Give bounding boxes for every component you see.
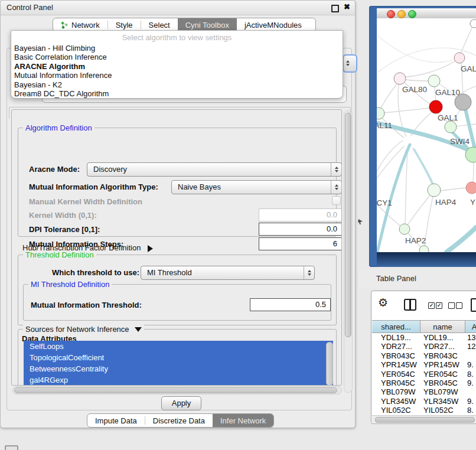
algorithm-option[interactable]: ARACNE Algorithm xyxy=(14,62,340,71)
table-cell[interactable]: YER054C xyxy=(372,370,420,379)
table-cell[interactable]: YBL079W xyxy=(420,387,464,396)
network-node[interactable] xyxy=(419,246,429,252)
network-edge[interactable] xyxy=(414,149,433,184)
manual-kernel-width-checkbox[interactable] xyxy=(332,196,341,205)
table-row[interactable]: YER054CYER054C8. xyxy=(372,370,476,379)
zoom-traffic-light-icon[interactable] xyxy=(408,10,416,18)
tab-style[interactable]: Style xyxy=(108,18,141,31)
mi-algorithm-type-select[interactable]: Naive Bayes xyxy=(171,180,342,194)
tab-impute-data[interactable]: Impute Data xyxy=(87,414,145,427)
close-traffic-light-icon[interactable] xyxy=(387,10,395,18)
table-cell[interactable]: YBR043C xyxy=(420,351,464,360)
network-node-hap2[interactable] xyxy=(399,224,410,234)
table-cell[interactable]: 8. xyxy=(464,406,476,415)
tab-discretize-data[interactable]: Discretize Data xyxy=(145,414,213,427)
column-layout-icon[interactable] xyxy=(404,299,416,311)
network-node-gal10[interactable] xyxy=(428,75,440,87)
table-horizontal-scrollbar[interactable] xyxy=(372,415,476,423)
table-cell[interactable] xyxy=(464,387,476,396)
scrollbar-thumb[interactable] xyxy=(14,387,337,393)
column-header-name[interactable]: name xyxy=(420,320,465,333)
table-cell[interactable]: YER054C xyxy=(420,370,464,379)
table-cell[interactable]: YDR27... xyxy=(372,342,420,351)
network-node[interactable] xyxy=(470,19,476,28)
table-cell[interactable] xyxy=(464,351,476,360)
table-cell[interactable]: YBR045C xyxy=(420,379,464,387)
network-edge[interactable] xyxy=(446,227,476,252)
close-icon[interactable]: ✖ xyxy=(344,2,350,11)
control-panel-titlebar[interactable]: Control Panel ✖ xyxy=(1,1,355,15)
attribute-list-scrollbar[interactable] xyxy=(326,342,333,386)
settings-horizontal-scrollbar[interactable] xyxy=(12,386,342,394)
network-node-gal1[interactable] xyxy=(445,121,457,133)
which-threshold-select[interactable]: MI Threshold xyxy=(141,266,315,280)
table-cell[interactable]: YLR345W xyxy=(420,397,464,406)
aracne-mode-select[interactable]: Discovery xyxy=(87,162,342,177)
table-cell[interactable]: YIL052C xyxy=(372,406,420,415)
network-node-gal80[interactable] xyxy=(394,73,406,84)
select-all-checkbox-icon[interactable]: ✓ xyxy=(436,302,442,309)
deselect-all-checkbox-icon[interactable] xyxy=(448,302,455,309)
data-attribute-item[interactable]: BetweennessCentrality xyxy=(24,363,333,374)
tab-network[interactable]: Network xyxy=(53,18,107,31)
table-cell[interactable]: 9. xyxy=(464,379,476,387)
network-window-titlebar[interactable] xyxy=(377,8,476,19)
network-edge[interactable] xyxy=(456,124,476,126)
column-header-shared-name[interactable]: shared... xyxy=(372,320,420,333)
minimize-traffic-light-icon[interactable] xyxy=(397,10,406,18)
table-cell[interactable]: 9. xyxy=(464,360,476,369)
table-row[interactable]: YIL052CYIL052C8. xyxy=(372,406,476,415)
network-canvas[interactable]: GALGAL80GAL10GAL11GAL1SWI4GCY1HAP4YHAP2 xyxy=(377,18,476,252)
table-cell[interactable]: YIL052C xyxy=(420,406,464,415)
data-attribute-item[interactable]: SelfLoops xyxy=(24,341,333,352)
minimized-panel-icon[interactable] xyxy=(5,445,18,450)
kernel-width-input[interactable]: 0.0 xyxy=(259,208,342,221)
scrollbar-thumb[interactable] xyxy=(375,417,475,423)
network-node[interactable] xyxy=(429,100,442,113)
network-edge[interactable] xyxy=(384,108,429,113)
column-header-partial[interactable]: A xyxy=(465,320,476,333)
algorithm-option[interactable]: Bayesian - K2 xyxy=(14,80,340,89)
select-all-checkbox-icon[interactable]: ✓ xyxy=(428,302,435,309)
data-attribute-item[interactable]: TopologicalCoefficient xyxy=(24,352,333,363)
network-edge[interactable] xyxy=(405,61,455,77)
float-window-icon[interactable] xyxy=(331,5,339,12)
table-cell[interactable]: YBR043C xyxy=(372,351,420,360)
tab-infer-network[interactable]: Infer Network xyxy=(213,414,273,427)
network-edge[interactable] xyxy=(441,188,466,191)
table-cell[interactable]: YPR145W xyxy=(372,360,420,369)
network-node-gal[interactable] xyxy=(454,53,465,63)
algorithm-option[interactable]: Dream8 DC_TDC Algorithm xyxy=(14,89,340,98)
tab-select[interactable]: Select xyxy=(141,18,178,31)
tab-jactivemnodules[interactable]: jActiveMNodules xyxy=(237,18,309,31)
table-cell[interactable]: YLR345W xyxy=(372,397,420,406)
dpi-tolerance-input[interactable]: 0.0 xyxy=(259,223,342,236)
table-cell[interactable]: YPR145W xyxy=(420,360,464,369)
network-edge[interactable] xyxy=(473,161,474,182)
table-row[interactable]: YDR27...YDR27...12 xyxy=(372,342,476,351)
table-cell[interactable]: YDL19... xyxy=(420,333,464,342)
network-node-hap4[interactable] xyxy=(428,184,441,197)
network-edge[interactable] xyxy=(407,195,430,225)
table-cell[interactable]: 13 xyxy=(464,333,476,342)
data-attributes-list[interactable]: SelfLoopsTopologicalCoefficientBetweenne… xyxy=(24,341,333,386)
mi-threshold-input[interactable]: 0.5 xyxy=(250,298,331,311)
network-edge[interactable] xyxy=(405,149,407,224)
table-cell[interactable]: 8. xyxy=(464,370,476,379)
network-node-gal11[interactable] xyxy=(377,107,384,119)
tab-cyni-toolbox[interactable]: Cyni Toolbox xyxy=(178,18,237,31)
deselect-all-checkbox-icon[interactable] xyxy=(456,302,462,309)
table-row[interactable]: YBL079WYBL079W xyxy=(372,387,476,396)
table-row[interactable]: YDL19...YDL19...13 xyxy=(372,333,476,342)
network-node[interactable] xyxy=(455,94,471,110)
table-row[interactable]: YBR045CYBR045C9. xyxy=(372,379,476,387)
table-cell[interactable]: 12 xyxy=(464,342,476,351)
table-row[interactable]: YPR145WYPR145W9. xyxy=(372,360,476,369)
network-edge[interactable] xyxy=(461,28,472,53)
network-edge[interactable] xyxy=(377,35,452,63)
network-edge[interactable] xyxy=(381,84,397,108)
table-row[interactable]: YLR345WYLR345W9. xyxy=(372,397,476,406)
mi-steps-input[interactable]: 6 xyxy=(259,237,342,250)
network-node-y[interactable] xyxy=(466,182,476,194)
algorithm-option[interactable]: Bayesian - Hill Climbing xyxy=(14,44,340,53)
